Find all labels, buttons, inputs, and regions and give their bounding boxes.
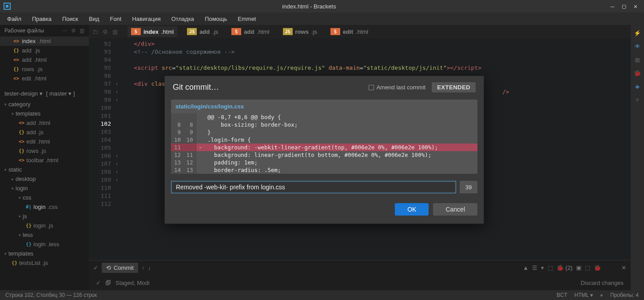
file-name: add <box>22 47 32 54</box>
menu-файл[interactable]: Файл <box>5 15 23 23</box>
tree-folder-desktop[interactable]: ▸desktop <box>0 174 89 184</box>
tree-folder-less[interactable]: ▾less <box>0 230 89 240</box>
ok-button[interactable]: OK <box>395 203 429 216</box>
menu-font[interactable]: Font <box>108 15 123 23</box>
folder-label: category <box>8 101 31 108</box>
tab-edit[interactable]: 5edit.html <box>327 26 372 37</box>
tb-close-icon[interactable]: ✕ <box>621 264 626 271</box>
status-lint-dot[interactable]: ● <box>600 292 603 298</box>
tb-hamburger-icon[interactable]: ☰ <box>532 264 537 271</box>
staged-check-icon[interactable]: ✓ <box>96 280 101 286</box>
line-number: 110 <box>89 184 111 192</box>
status-indent[interactable]: Пробелы: 4 <box>610 292 639 298</box>
menu-вид[interactable]: Вид <box>87 15 101 23</box>
menu-правка[interactable]: Правка <box>30 15 53 23</box>
status-language[interactable]: HTML ▾ <box>574 292 593 298</box>
fold-icon[interactable]: ▾ <box>115 152 118 160</box>
tb-tag-icon[interactable]: ⬚ <box>548 264 553 271</box>
tb-panel-icon[interactable]: ▣ <box>576 264 581 271</box>
file-tree: ▾category▾templates<>add.html{}add.js<>e… <box>0 100 89 290</box>
tab-add[interactable]: JSadd.js <box>183 26 222 37</box>
file-type-icon: {} <box>26 223 32 228</box>
tb-bars-icon[interactable]: ⬚ <box>585 264 590 271</box>
tree-file-login[interactable]: #|login.css <box>0 202 89 212</box>
bolt-icon[interactable]: ⚡ <box>633 28 642 37</box>
file-ext: .js <box>48 222 53 229</box>
tree-file-login[interactable]: {}login.js <box>0 221 89 230</box>
tree-folder-login[interactable]: ▾login <box>0 184 89 193</box>
wf-options-icon[interactable]: ⋯ <box>62 28 68 34</box>
menu-навигация[interactable]: Навигация <box>130 15 162 23</box>
tb-bug2-icon[interactable]: 🐞 <box>594 264 601 271</box>
tab-ext: .js <box>212 28 218 35</box>
tree-file-toolbar[interactable]: <>toolbar.html <box>0 156 89 165</box>
git-down-icon[interactable]: ↓ <box>148 264 151 271</box>
amend-checkbox[interactable] <box>369 85 374 90</box>
tab-add[interactable]: 5add.html <box>228 26 273 37</box>
working-file-index[interactable]: <>index.html <box>0 36 89 46</box>
close-button[interactable]: ✕ <box>632 3 639 9</box>
git-up-icon[interactable]: ↑ <box>142 264 145 271</box>
tab-base: rows <box>295 28 309 35</box>
tb-triangle-icon[interactable]: ▲ <box>523 264 529 271</box>
eye-icon[interactable]: 👁 <box>633 42 642 51</box>
minimize-button[interactable]: — <box>609 3 616 9</box>
diff-new-no: 9 <box>183 128 196 136</box>
wf-gear-icon[interactable]: ⚙ <box>71 28 76 34</box>
tab-split-icon[interactable]: ▥ <box>112 28 118 35</box>
extended-button[interactable]: EXTENDED <box>432 82 476 92</box>
wf-split-icon[interactable]: ▥ <box>80 28 84 34</box>
menu-отладка[interactable]: Отладка <box>170 15 196 23</box>
project-selector[interactable]: tester-design ▾ <box>4 90 43 97</box>
tree-folder-css[interactable]: ▾css <box>0 193 89 202</box>
branch-selector[interactable]: [ master ▾ ] <box>46 90 75 97</box>
git-icon[interactable]: ◈ <box>633 82 642 91</box>
fold-icon[interactable]: ▾ <box>115 96 118 104</box>
tree-file-login[interactable]: {}login.less <box>0 240 89 249</box>
tab-index[interactable]: 5index.html <box>127 26 177 37</box>
tree-file-add[interactable]: <>add.html <box>0 118 89 128</box>
maximize-button[interactable]: ▢ <box>621 3 627 9</box>
menu-помощь[interactable]: Помощь <box>203 15 229 23</box>
stack-icon[interactable]: ≡ <box>633 95 642 104</box>
tree-file-rows[interactable]: {}rows.js <box>0 146 89 156</box>
git-check-icon[interactable]: ✓ <box>93 264 98 271</box>
working-file-add[interactable]: <>add.html <box>0 55 89 64</box>
tab-rows[interactable]: JSrows.js <box>279 26 321 37</box>
working-file-add[interactable]: {}add.js <box>0 46 89 55</box>
diff-mark <box>196 121 205 128</box>
file-name: login <box>33 204 45 210</box>
status-encoding[interactable]: BCT <box>557 292 567 298</box>
fold-icon[interactable]: ▾ <box>115 160 118 168</box>
bug-badge[interactable]: 🐞 (2) <box>557 264 572 271</box>
tree-file-edit[interactable]: <>edit.html <box>0 137 89 146</box>
fold-icon[interactable]: ▾ <box>115 80 118 88</box>
tree-folder-js[interactable]: ▾js <box>0 212 89 221</box>
tree-folder-templates[interactable]: ▾templates <box>0 249 89 258</box>
beetle-icon[interactable]: 🐞 <box>633 68 642 77</box>
diff-file-path[interactable]: static/login/css/login.css <box>171 100 477 113</box>
cancel-button[interactable]: Cancel <box>433 203 477 216</box>
amend-last-commit[interactable]: Amend last commit <box>369 84 426 91</box>
fold-icon[interactable]: ▾ <box>115 168 118 176</box>
tree-folder-static[interactable]: ▾static <box>0 165 89 174</box>
fold-icon[interactable]: ▾ <box>115 176 118 184</box>
tab-gear-icon[interactable]: ⚙ <box>103 28 108 35</box>
working-file-edit[interactable]: <>edit.html <box>0 74 89 83</box>
menu-поиск[interactable]: Поиск <box>60 15 80 23</box>
diff-code: } <box>205 128 477 136</box>
tree-folder-templates[interactable]: ▾templates <box>0 109 89 118</box>
tree-file-testsList[interactable]: {}testsList.js <box>0 258 89 268</box>
menu-emmet[interactable]: Emmet <box>236 15 258 23</box>
fold-icon[interactable]: ▾ <box>115 88 118 96</box>
staged-copy-icon[interactable]: 🗐 <box>105 280 111 286</box>
tab-folder-icon[interactable]: 🗀 <box>92 28 98 35</box>
tree-file-add[interactable]: {}add.js <box>0 128 89 137</box>
working-file-rows[interactable]: {}rows.js <box>0 64 89 74</box>
discard-changes-link[interactable]: Discard changes <box>580 280 624 286</box>
brick-icon[interactable]: ▦ <box>633 55 642 64</box>
commit-button[interactable]: ⟲ Commit <box>102 263 138 273</box>
commit-message-input[interactable] <box>171 181 456 193</box>
tree-folder-category[interactable]: ▾category <box>0 100 89 109</box>
tb-down-icon[interactable]: ▾ <box>541 264 544 271</box>
